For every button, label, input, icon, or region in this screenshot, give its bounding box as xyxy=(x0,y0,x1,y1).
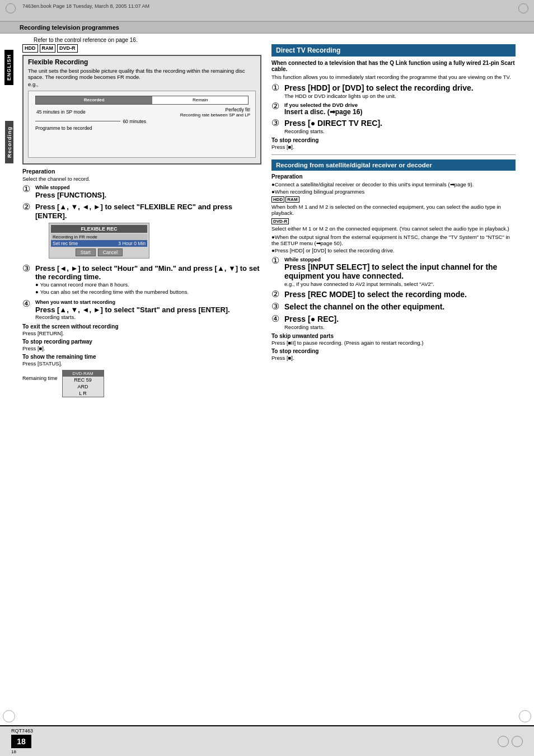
remaining-time-label: To show the remaining time xyxy=(22,354,261,360)
footer-circle-2 xyxy=(512,736,523,747)
dtv-stop-section: To stop recording Press [■]. xyxy=(271,137,516,150)
remaining-time-text: Press [STATUS]. xyxy=(22,360,261,367)
screen-btn-cancel[interactable]: Cancel xyxy=(98,248,123,256)
sat-step-1-content: While stopped Press [INPUT SELECT] to se… xyxy=(284,256,516,288)
dtv-step-1: ① Press [HDD] or [DVD] to select the rec… xyxy=(271,83,516,99)
dtv-step-1-content: Press [HDD] or [DVD] to select the recor… xyxy=(284,83,474,99)
dtv-step-1-main: Press [HDD] or [DVD] to select the recor… xyxy=(284,83,474,93)
sat-bullet-ntsc: ●When the output signal from the externa… xyxy=(271,234,516,246)
dtv-step-2-label: If you selected the DVD drive xyxy=(284,102,362,108)
sat-dvdr-text: Select either M 1 or M 2 on the connecte… xyxy=(271,226,516,232)
dvdr-badge-row: DVD-R xyxy=(271,218,516,224)
bullet-3b-text: You can also set the recording time with… xyxy=(40,289,189,295)
sat-step-1-num: ① xyxy=(271,256,282,265)
sat-hdd-badge: HDD xyxy=(271,196,284,203)
footer-circle-1 xyxy=(498,736,509,747)
step-4: ④ When you want to start recording Press… xyxy=(22,299,261,321)
sat-dvdr-badge: DVD-R xyxy=(271,218,289,224)
step-2-num: ② xyxy=(22,203,32,212)
crop-mark-bl xyxy=(3,710,15,722)
hdd-ram-badge-row: HDD RAM xyxy=(271,196,516,203)
dtv-step-2-num: ② xyxy=(271,102,282,111)
satellite-section: Recording from satellite/digital receive… xyxy=(271,159,516,361)
sat-step-3-num: ③ xyxy=(271,302,282,311)
sub-instructions: To exit the screen without recording Pre… xyxy=(22,323,261,367)
footer-left: RQT7463 18 18 xyxy=(11,728,33,754)
sat-skip-text: Press [■II] to pause recording. (Press a… xyxy=(271,340,516,346)
dvd-ard-row: ARD xyxy=(63,383,104,390)
prep-label: Preparation xyxy=(22,168,261,175)
step-4-label: When you want to start recording xyxy=(35,299,261,305)
step-1-label: While stopped xyxy=(35,185,261,190)
sixty-min-row: 60 minutes xyxy=(31,118,253,125)
satellite-header: Recording from satellite/digital receive… xyxy=(271,159,516,171)
recording-tab: Recording xyxy=(5,121,13,163)
top-bar: 7463en.book Page 18 Tuesday, March 8, 20… xyxy=(0,0,534,21)
badges-row: HDD RAM DVD-R xyxy=(22,44,261,53)
programme-label-row: Programme to be recorded xyxy=(31,125,253,131)
sat-step-3: ③ Select the channel on the other equipm… xyxy=(271,302,516,312)
recording-rate-text: Recording rate between SP and LP xyxy=(153,112,250,118)
programme-label: Programme to be recorded xyxy=(35,125,92,131)
perfectly-fit-label: Perfectly fit! Recording rate between SP… xyxy=(153,107,250,118)
step-1-num: ① xyxy=(22,185,32,194)
step-3-num: ③ xyxy=(22,264,32,273)
sat-bullet-hdd: ●Press [HDD] or [DVD] to select the reco… xyxy=(271,247,516,253)
footer-sub: 18 xyxy=(11,749,16,754)
badge-hdd: HDD xyxy=(22,44,38,53)
dtv-step-1-note: The HDD or DVD indicator lights up on th… xyxy=(284,93,474,99)
sat-step-1-main: Press [INPUT SELECT] to select the input… xyxy=(284,262,516,281)
direct-tv-section: Direct TV Recording When connected to a … xyxy=(271,44,516,150)
remaining-text: Remaining time xyxy=(22,375,58,381)
dvd-rec-row: REC 59 xyxy=(63,377,104,383)
step-3-main: Press [◄, ►] to select "Hour" and "Min."… xyxy=(35,264,261,281)
badge-dvdr: DVD-R xyxy=(57,44,78,53)
flexible-rec-box: Flexible Recording The unit sets the bes… xyxy=(22,55,261,165)
sat-step-2-num: ② xyxy=(271,290,282,299)
step-2-main: Press [▲, ▼, ◄, ►] to select "FLEXIBLE R… xyxy=(35,203,261,220)
dtv-step-1-num: ① xyxy=(271,83,282,92)
direct-tv-bold: When connected to a television that has … xyxy=(271,60,516,72)
prep-text: Select the channel to record. xyxy=(22,176,261,182)
bullet-3a-text: You cannot record more than 8 hours. xyxy=(40,281,129,288)
bullet-3a: ● You cannot record more than 8 hours. xyxy=(35,281,261,288)
diagram-inner: Recorded Remain 45 minutes in SP mode xyxy=(31,96,253,157)
main-layout: ENGLISH Recording HDD RAM DVD-R Flexible… xyxy=(0,44,534,434)
sat-step-4-num: ④ xyxy=(271,314,282,323)
divider xyxy=(271,154,516,155)
sat-skip-label: To skip unwanted parts xyxy=(271,333,516,339)
step-1-main: Press [FUNCTIONS]. xyxy=(35,191,261,200)
screen-title: FLEXIBLE REC xyxy=(51,225,147,233)
english-tab: ENGLISH xyxy=(4,50,13,85)
sat-step-1: ① While stopped Press [INPUT SELECT] to … xyxy=(271,256,516,288)
screen-row1: Recording in FR mode xyxy=(51,234,147,240)
step-2-content: Press [▲, ▼, ◄, ►] to select "FLEXIBLE R… xyxy=(35,203,261,260)
step-4-note: Recording starts. xyxy=(35,314,261,320)
dtv-step-2-main: Insert a disc. (➡page 16) xyxy=(284,108,362,116)
sat-ram-badge: RAM xyxy=(285,196,299,203)
sat-step-1-note: e.g., If you have connected to AV2 input… xyxy=(284,281,516,287)
sat-bullet-1: ●Connect a satellite/digital receiver or… xyxy=(271,181,516,187)
minutes-sp-text: 45 minutes in SP mode xyxy=(36,109,153,115)
screen-buttons: Start Cancel xyxy=(51,248,147,256)
sat-bullet-2-text: ●When recording bilingual programmes xyxy=(271,189,364,195)
sat-step-4-content: Press [● REC]. Recording starts. xyxy=(284,314,339,330)
perfectly-fit-text: Perfectly fit! xyxy=(153,107,250,112)
screen-row2-value: 3 Hour 0 Min xyxy=(118,241,146,246)
flexible-rec-desc2: e.g., xyxy=(28,81,256,87)
dtv-step-2-content: If you selected the DVD drive Insert a d… xyxy=(284,102,362,116)
sat-hdd-ram-text: When both M 1 and M 2 is selected on the… xyxy=(271,204,516,216)
section-title-bar: Recording television programmes xyxy=(0,21,534,34)
remaining-display: Remaining time DVD-RAM REC 59 ARD L R xyxy=(22,370,261,397)
step-4-main: Press [▲, ▼, ◄, ►] to select "Start" and… xyxy=(35,306,261,314)
step-1: ① While stopped Press [FUNCTIONS]. xyxy=(22,185,261,200)
screen-mockup: FLEXIBLE REC Recording in FR mode Set re… xyxy=(49,223,149,259)
footer-code: RQT7463 xyxy=(11,728,33,734)
bullet-3b: ● You can also set the recording time wi… xyxy=(35,289,261,295)
minutes-sp-label: 45 minutes in SP mode xyxy=(34,107,153,118)
screen-btn-start[interactable]: Start xyxy=(76,248,96,256)
sat-stop-label: To stop recording xyxy=(271,348,516,354)
section-title: Recording television programmes xyxy=(20,24,119,31)
remaining-label: Remaining time xyxy=(22,375,58,381)
recorded-bar: Recorded xyxy=(36,96,152,104)
